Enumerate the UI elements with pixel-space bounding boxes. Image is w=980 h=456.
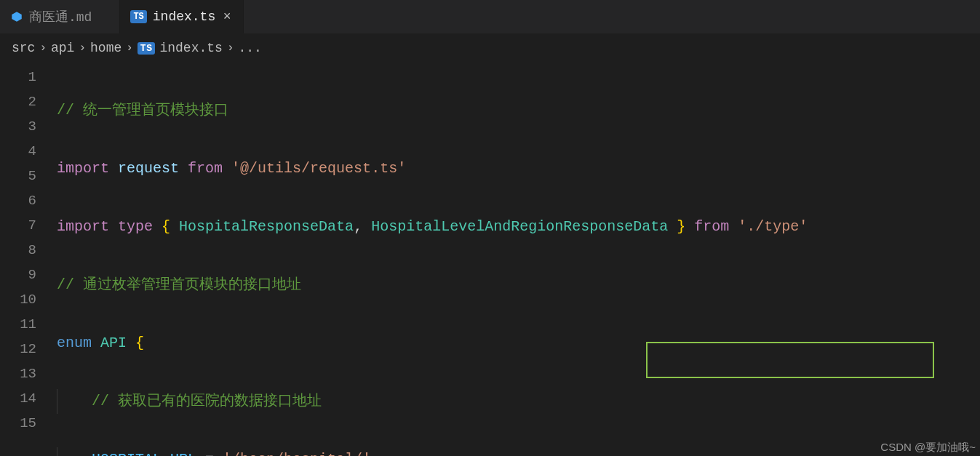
svg-marker-0 [12, 12, 22, 22]
tab-label: 商医通.md [29, 8, 92, 25]
line-number: 7 [0, 213, 57, 238]
code-line: HOSPITAL_URL = '/hosp/hospital/', [57, 447, 980, 456]
chevron-right-icon: › [126, 41, 133, 55]
line-number: 12 [0, 337, 57, 361]
line-number: 8 [0, 238, 57, 263]
code-area[interactable]: // 统一管理首页模块接口 import request from '@/uti… [57, 62, 980, 456]
chevron-right-icon: › [39, 41, 47, 55]
ts-icon: TS [138, 42, 156, 55]
code-line: enum API { [57, 331, 980, 356]
breadcrumb[interactable]: src › api › home › TS index.ts › ... [0, 33, 980, 62]
close-icon[interactable]: × [221, 9, 233, 24]
code-line: // 通过枚举管理首页模块的接口地址 [57, 273, 980, 297]
line-number-gutter: 1 2 3 4 5 6 7 8 9 10 11 12 13 14 15 [0, 62, 57, 456]
line-number: 2 [0, 89, 57, 114]
tab-file-md[interactable]: 商医通.md × [0, 0, 120, 33]
chevron-right-icon: › [79, 41, 86, 55]
breadcrumb-part[interactable]: api [51, 41, 74, 55]
chevron-right-icon: › [227, 41, 234, 55]
line-number: 5 [0, 164, 57, 188]
line-number: 1 [0, 65, 57, 89]
line-number: 14 [0, 386, 57, 411]
line-number: 4 [0, 139, 57, 164]
code-line: import type { HospitalResponseData, Hosp… [57, 215, 980, 239]
tab-bar: 商医通.md × TS index.ts × [0, 0, 980, 33]
breadcrumb-part[interactable]: index.ts [159, 41, 222, 55]
line-number: 9 [0, 263, 57, 287]
ts-icon: TS [130, 10, 146, 23]
code-editor[interactable]: 1 2 3 4 5 6 7 8 9 10 11 12 13 14 15 // 统… [0, 62, 980, 456]
line-number: 13 [0, 361, 57, 386]
breadcrumb-part[interactable]: src [12, 41, 35, 55]
code-line: import request from '@/utils/request.ts' [57, 156, 980, 181]
line-number: 10 [0, 287, 57, 312]
breadcrumb-ellipsis[interactable]: ... [239, 41, 262, 55]
line-number: 6 [0, 188, 57, 213]
breadcrumb-part[interactable]: home [90, 41, 121, 55]
code-line: // 获取已有的医院的数据接口地址 [57, 389, 980, 414]
code-line: // 统一管理首页模块接口 [57, 98, 980, 123]
markdown-icon [10, 10, 23, 23]
line-number: 15 [0, 411, 57, 436]
line-number: 3 [0, 114, 57, 139]
line-number: 11 [0, 312, 57, 337]
tab-file-ts[interactable]: TS index.ts × [120, 0, 244, 33]
watermark: CSDN @要加油哦~ [880, 441, 976, 455]
tab-label: index.ts [153, 9, 215, 24]
